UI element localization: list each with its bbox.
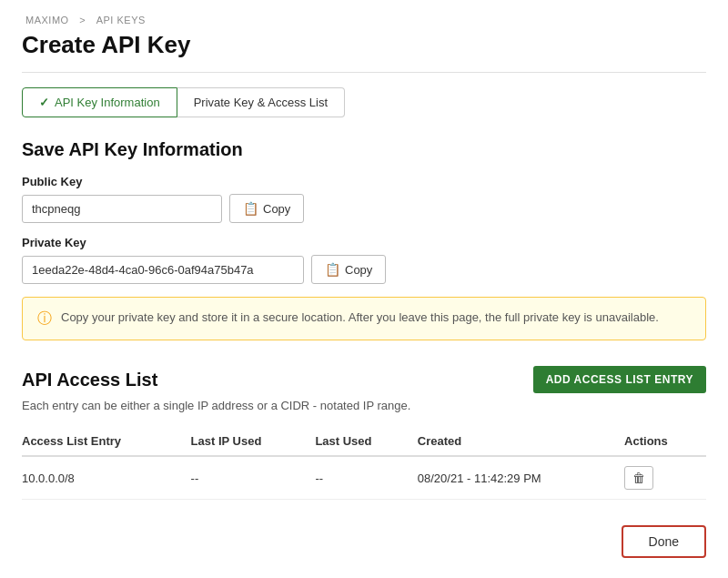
cell-actions: 🗑 <box>624 456 706 500</box>
copy-icon-private: 📋 <box>325 262 340 277</box>
access-list-table: Access List Entry Last IP Used Last Used… <box>22 427 706 500</box>
table-row: 10.0.0.0/8 -- -- 08/20/21 - 11:42:29 PM … <box>22 456 706 500</box>
private-key-input[interactable] <box>22 256 304 284</box>
private-key-row: 📋 Copy <box>22 255 706 284</box>
private-key-copy-button[interactable]: 📋 Copy <box>311 255 386 284</box>
cell-created: 08/20/21 - 11:42:29 PM <box>418 456 624 500</box>
access-list-description: Each entry can be either a single IP add… <box>22 399 706 412</box>
access-list-header: API Access List ADD ACCESS LIST ENTRY <box>22 366 706 393</box>
tab-api-key-info-label: API Key Information <box>55 96 160 109</box>
public-key-field: Public Key 📋 Copy <box>22 175 706 223</box>
breadcrumb-separator: > <box>79 15 86 25</box>
col-header-last-ip: Last IP Used <box>191 427 316 456</box>
tab-api-key-info[interactable]: ✓ API Key Information <box>22 87 177 117</box>
breadcrumb: MAXIMO > API KEYS <box>22 15 706 25</box>
title-divider <box>22 72 706 73</box>
col-header-created: Created <box>418 427 624 456</box>
col-header-actions: Actions <box>624 427 706 456</box>
table-header-row: Access List Entry Last IP Used Last Used… <box>22 427 706 456</box>
tab-private-key-access[interactable]: Private Key & Access List <box>177 87 345 117</box>
cell-entry: 10.0.0.0/8 <box>22 456 191 500</box>
delete-entry-button[interactable]: 🗑 <box>624 466 653 490</box>
private-key-field: Private Key 📋 Copy <box>22 236 706 284</box>
tab-check-icon: ✓ <box>39 96 49 109</box>
private-key-copy-label: Copy <box>345 263 372 277</box>
tabs: ✓ API Key Information Private Key & Acce… <box>22 87 706 117</box>
footer: Done <box>22 522 706 558</box>
tab-private-key-label: Private Key & Access List <box>194 96 328 109</box>
form-section-title: Save API Key Information <box>22 139 706 160</box>
warning-text: Copy your private key and store it in a … <box>61 309 659 327</box>
cell-last-used: -- <box>315 456 417 500</box>
public-key-row: 📋 Copy <box>22 194 706 223</box>
page-title: Create API Key <box>22 31 706 59</box>
breadcrumb-current: API KEYS <box>96 15 146 25</box>
public-key-copy-button[interactable]: 📋 Copy <box>229 194 304 223</box>
col-header-last-used: Last Used <box>315 427 417 456</box>
warning-icon: ⓘ <box>37 309 52 329</box>
add-access-list-entry-button[interactable]: ADD ACCESS LIST ENTRY <box>533 366 706 393</box>
warning-box: ⓘ Copy your private key and store it in … <box>22 297 706 340</box>
col-header-entry: Access List Entry <box>22 427 191 456</box>
table-header: Access List Entry Last IP Used Last Used… <box>22 427 706 456</box>
public-key-copy-label: Copy <box>263 202 290 216</box>
public-key-label: Public Key <box>22 175 706 188</box>
public-key-input[interactable] <box>22 195 222 223</box>
done-button[interactable]: Done <box>622 525 706 558</box>
access-list-title: API Access List <box>22 370 157 390</box>
breadcrumb-parent: MAXIMO <box>25 15 69 25</box>
private-key-label: Private Key <box>22 236 706 249</box>
cell-last-ip: -- <box>191 456 316 500</box>
copy-icon-public: 📋 <box>243 201 258 216</box>
table-body: 10.0.0.0/8 -- -- 08/20/21 - 11:42:29 PM … <box>22 456 706 500</box>
